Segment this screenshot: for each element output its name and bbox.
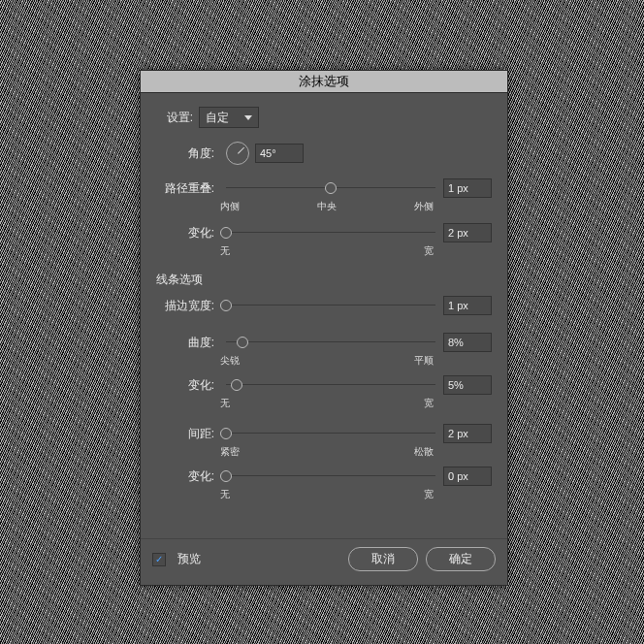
cancel-button[interactable]: 取消 xyxy=(348,547,418,571)
curvature-row: 曲度: 8% xyxy=(156,333,492,352)
slider-track xyxy=(226,433,435,434)
path-variation-ticks: 无 宽 xyxy=(220,244,434,258)
slider-thumb[interactable] xyxy=(220,300,232,311)
curvature-var-row: 变化: 5% xyxy=(156,375,492,395)
slider-track xyxy=(226,384,435,385)
curvature-label: 曲度: xyxy=(156,335,220,351)
tick-mid: 中央 xyxy=(317,200,337,213)
path-variation-row: 变化: 2 px xyxy=(156,223,492,242)
curvature-ticks: 尖锐 平顺 xyxy=(220,354,434,368)
stroke-width-row: 描边宽度: 1 px xyxy=(156,296,492,315)
tick-right: 宽 xyxy=(424,244,434,258)
angle-dial[interactable] xyxy=(226,142,249,165)
ok-button[interactable]: 确定 xyxy=(426,547,496,571)
path-overlap-row: 路径重叠: 1 px xyxy=(156,178,492,198)
spacing-var-input[interactable]: 0 px xyxy=(443,467,492,486)
slider-thumb[interactable] xyxy=(220,227,232,239)
spacing-var-row: 变化: 0 px xyxy=(156,467,492,486)
spacing-input[interactable]: 2 px xyxy=(443,424,492,443)
tick-right: 外侧 xyxy=(414,200,434,213)
lines-section-title: 线条选项 xyxy=(156,272,492,288)
settings-row: 设置: 自定 xyxy=(156,107,492,128)
slider-track xyxy=(226,475,435,476)
chevron-down-icon xyxy=(244,115,252,120)
angle-input[interactable]: 45° xyxy=(255,144,304,163)
spacing-var-label: 变化: xyxy=(156,468,220,485)
angle-hand-icon xyxy=(238,147,244,154)
tick-left: 无 xyxy=(220,244,230,258)
path-variation-slider[interactable] xyxy=(226,226,435,240)
settings-dropdown[interactable]: 自定 xyxy=(199,107,259,128)
path-overlap-label: 路径重叠: xyxy=(156,180,220,197)
spacing-slider[interactable] xyxy=(226,427,435,440)
path-overlap-input[interactable]: 1 px xyxy=(443,178,492,198)
angle-label: 角度: xyxy=(156,145,220,162)
settings-label: 设置: xyxy=(156,110,199,126)
preview-checkbox[interactable] xyxy=(152,553,166,566)
preview-label: 预览 xyxy=(177,551,201,567)
curvature-var-label: 变化: xyxy=(156,377,220,394)
slider-track xyxy=(226,305,435,306)
tick-left: 尖锐 xyxy=(220,354,240,368)
tick-left: 无 xyxy=(220,397,230,410)
spacing-label: 间距: xyxy=(156,426,220,442)
spacing-var-slider[interactable] xyxy=(226,469,435,483)
settings-value: 自定 xyxy=(206,110,239,126)
path-variation-input[interactable]: 2 px xyxy=(443,223,492,242)
dialog-body: 设置: 自定 角度: 45° 路径重叠: 1 px 内侧 中央 外侧 xyxy=(141,93,507,538)
slider-thumb[interactable] xyxy=(325,182,337,194)
slider-thumb[interactable] xyxy=(237,337,248,348)
slider-track xyxy=(226,341,435,342)
dialog-footer: 预览 取消 确定 xyxy=(141,538,507,585)
stroke-width-slider[interactable] xyxy=(226,299,435,312)
scribble-options-dialog: 涂抹选项 设置: 自定 角度: 45° 路径重叠: 1 px 内 xyxy=(140,70,508,586)
tick-right: 平顺 xyxy=(414,354,434,368)
slider-thumb[interactable] xyxy=(231,379,242,391)
stroke-width-input[interactable]: 1 px xyxy=(443,296,492,315)
dialog-title: 涂抹选项 xyxy=(141,71,507,93)
spacing-ticks: 紧密 松散 xyxy=(220,445,434,459)
tick-right: 宽 xyxy=(424,397,434,410)
angle-row: 角度: 45° xyxy=(156,142,492,165)
slider-track xyxy=(226,232,435,233)
curvature-slider[interactable] xyxy=(226,336,435,349)
curvature-var-slider[interactable] xyxy=(226,378,435,392)
path-overlap-slider[interactable] xyxy=(226,181,435,195)
spacing-row: 间距: 2 px xyxy=(156,424,492,443)
curvature-input[interactable]: 8% xyxy=(443,333,492,352)
tick-left: 紧密 xyxy=(220,445,240,459)
spacing-var-ticks: 无 宽 xyxy=(220,488,434,501)
slider-thumb[interactable] xyxy=(220,470,232,482)
path-variation-label: 变化: xyxy=(156,225,220,242)
path-overlap-ticks: 内侧 中央 外侧 xyxy=(220,200,434,213)
curvature-var-input[interactable]: 5% xyxy=(443,375,492,395)
tick-right: 松散 xyxy=(414,445,434,459)
curvature-var-ticks: 无 宽 xyxy=(220,397,434,410)
tick-left: 无 xyxy=(220,488,230,501)
tick-left: 内侧 xyxy=(220,200,240,213)
tick-right: 宽 xyxy=(424,488,434,501)
slider-thumb[interactable] xyxy=(220,428,232,439)
stroke-width-label: 描边宽度: xyxy=(156,298,220,314)
